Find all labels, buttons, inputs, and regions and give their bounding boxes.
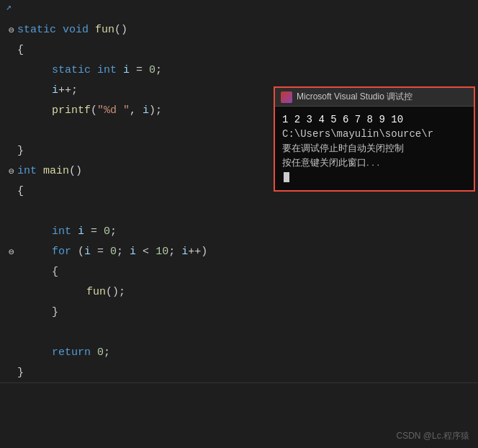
code-line-12: ⊖ for ( i = 0 ; i < 10 ; i ++) — [0, 242, 478, 262]
keyword: int — [17, 161, 37, 182]
keyword: int — [52, 222, 71, 242]
line-content-17: return 0 ; — [17, 343, 478, 363]
fold-indicator-12: ⊖ — [6, 246, 17, 258]
variable: i — [181, 242, 188, 262]
watermark: CSDN @Lc.程序猿 — [396, 430, 469, 442]
number: 10 — [155, 242, 168, 262]
fold-indicator-1: ⊖ — [6, 24, 17, 36]
keyword: static — [52, 61, 91, 81]
number: 0 — [149, 61, 155, 81]
string-literal: "%d " — [97, 101, 130, 121]
code-area: ⊖ static void fun () { static — [0, 14, 478, 389]
code-line-18: } — [0, 363, 478, 383]
line-content-18: } — [17, 363, 478, 383]
variable: i — [123, 61, 130, 81]
code-editor: ↗ ⊖ static void fun () { — [0, 0, 478, 448]
number: 0 — [110, 242, 117, 262]
line-content-3: static int i = 0 ; — [17, 61, 478, 81]
console-cursor — [284, 172, 289, 182]
variable: i — [130, 242, 136, 262]
line-content-15: } — [17, 303, 478, 323]
function-name: main — [43, 161, 69, 182]
code-line-16 — [0, 323, 478, 343]
fold-indicator-8: ⊖ — [6, 166, 17, 177]
code-line-13: { — [0, 262, 478, 282]
console-info-line2: 按任意键关闭此窗口. . . — [282, 156, 466, 170]
console-titlebar: Microsoft Visual Studio 调试控 — [275, 88, 474, 107]
line-content-2: { — [17, 40, 478, 61]
console-cursor-line — [282, 170, 466, 184]
console-body: 1 2 3 4 5 6 7 8 9 10 C:\Users\mayulin\so… — [275, 107, 474, 190]
line-content-13: { — [17, 262, 478, 282]
number: 0 — [97, 343, 104, 363]
console-title: Microsoft Visual Studio 调试控 — [297, 91, 412, 103]
code-line-1: ⊖ static void fun () — [0, 20, 478, 40]
vs-icon — [281, 91, 292, 103]
line-content-12: for ( i = 0 ; i < 10 ; i ++) — [17, 242, 478, 262]
code-line-17: return 0 ; — [0, 343, 478, 363]
function-name: fun — [95, 20, 114, 40]
keyword: int — [97, 61, 117, 81]
line-content-1: static void fun () — [17, 20, 478, 40]
variable: i — [78, 222, 84, 242]
variable: i — [84, 242, 91, 262]
keyword: return — [52, 343, 91, 363]
console-info-line1: 要在调试停止时自动关闭控制 — [282, 141, 466, 156]
code-line-14: fun (); — [0, 282, 478, 303]
console-output-path: C:\Users\mayulin\source\r — [282, 127, 466, 141]
code-line-3: static int i = 0 ; — [0, 61, 478, 81]
function-name: printf — [52, 101, 91, 121]
function-name: fun — [86, 282, 106, 303]
code-line-15: } — [0, 303, 478, 323]
console-output-numbers: 1 2 3 4 5 6 7 8 9 10 — [282, 112, 466, 127]
keyword: void — [63, 20, 89, 40]
top-truncation: ↗ — [0, 0, 478, 14]
line-content-14: fun (); — [17, 282, 478, 303]
keyword: static — [17, 20, 56, 40]
console-popup[interactable]: Microsoft Visual Studio 调试控 1 2 3 4 5 6 … — [274, 86, 475, 192]
code-line-10 — [0, 202, 478, 222]
line-content-11: int i = 0 ; — [17, 222, 478, 242]
number: 0 — [104, 222, 110, 242]
variable: i — [143, 101, 149, 121]
code-line-11: int i = 0 ; — [0, 222, 478, 242]
code-line-2: { — [0, 40, 478, 61]
keyword: for — [52, 242, 71, 262]
variable: i — [52, 81, 58, 101]
